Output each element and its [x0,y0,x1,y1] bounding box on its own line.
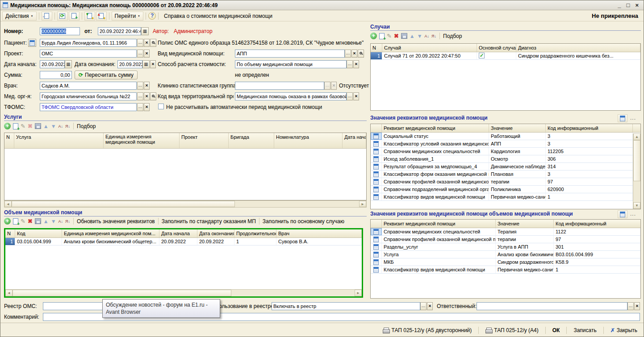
cases-pick-button[interactable]: Подбор [443,33,462,39]
table-cell[interactable]: Разделы_услуг [382,243,496,250]
scroll-left-icon[interactable]: ◄ [5,290,13,296]
doctor-select-button[interactable]: ... [137,82,143,90]
copy-icon[interactable]: + [13,218,18,225]
recalculate-sum-button[interactable]: ⟳ Пересчитать сумму [75,71,138,79]
move-up-icon[interactable]: ▲ [43,218,49,225]
table-cell[interactable]: K58.9 [554,258,640,266]
column-header[interactable]: Код информационный [546,124,633,132]
vol-attrs-table[interactable]: Реквизит медицинской помощи Значение Код… [370,219,641,299]
table-row[interactable]: МКБ Синдром раздраженного к... K58.9 [371,258,640,266]
table-row[interactable]: Услуга Анализ крови биохимичес... B03.01… [371,251,640,258]
table-cell[interactable]: 1 [554,266,640,273]
goto-menu-button[interactable]: Перейти ▼ [112,12,144,21]
column-header[interactable] [371,124,382,132]
ok-button[interactable]: ОК [550,326,563,334]
scrollbar-thumb[interactable] [12,201,235,207]
table-row[interactable]: Справочник медицинских специальностей Ка… [371,148,640,155]
tfoms-input[interactable]: ТФОМС Свердловской области [40,103,137,111]
column-header[interactable]: Случай [382,44,477,52]
project-input[interactable]: ОМС [40,50,137,58]
table-row[interactable]: Справочник медицинских специальностей Те… [371,228,640,236]
table-row[interactable]: 1 03.016.004.999 Анализ крови биохимичес… [5,238,362,245]
form-icon-cell[interactable] [371,258,382,266]
table-cell[interactable]: 03.016.004.999 [15,238,62,245]
column-header[interactable]: Дата окончания [197,229,234,237]
column-header[interactable]: Код [15,229,62,237]
terr-code-select-button[interactable]: ... [347,92,353,100]
column-header[interactable]: Дата начала [159,229,197,237]
table-cell[interactable]: Справочник медицинских специальностей [382,228,496,235]
finish-edit-icon[interactable] [35,218,41,224]
scroll-right-icon[interactable]: ► [359,201,366,207]
scroll-left-icon[interactable]: ◄ [4,201,12,207]
column-header[interactable]: Врач [276,229,362,237]
table-cell[interactable]: Услуга [382,251,496,258]
column-header[interactable]: Значение [489,124,546,132]
form-icon-cell[interactable] [371,133,382,140]
add-icon[interactable]: + [4,218,11,225]
column-header[interactable]: Код информационный [554,220,640,228]
form-icon-cell[interactable] [371,251,382,258]
services-table[interactable]: N Услуга Единица измерения медицинской п… [4,133,367,200]
table-cell[interactable]: 620900 [546,186,633,193]
sort-desc-icon[interactable]: Я↓ [431,34,436,38]
scrollbar-thumb[interactable] [633,140,640,181]
sort-desc-icon[interactable]: Я↓ [65,124,70,129]
patient-input[interactable]: Бурда Лидия Леонидовна, 01.11.1966 [40,39,137,47]
sort-asc-icon[interactable]: А↓ [425,34,430,38]
table-cell[interactable]: Исход заболевания_1 [382,155,489,162]
vol-attrs-more-button[interactable]: ... [630,211,636,217]
fill-by-main-case-button[interactable]: Заполнить по основному случаю [263,218,344,225]
main-case-checkbox[interactable]: ✓ [479,53,485,58]
move-down-icon[interactable]: ▼ [417,33,422,39]
column-header[interactable]: Единица измерения медицинской помощи [104,133,180,148]
sort-asc-icon[interactable]: А↓ [59,124,63,129]
save-button[interactable]: Записать [571,326,599,334]
table-cell[interactable]: Классификатор условий оказания медицинск… [382,140,489,147]
table-row[interactable]: Справочник подразделений медицинской орг… [371,186,640,193]
edit-icon[interactable]: ✎ [21,123,25,129]
table-cell[interactable]: терапии [489,178,546,185]
table-row[interactable]: Результат обращения за медпомощью_4 Дина… [371,163,640,171]
cost-method-clear-button[interactable]: × [353,60,359,68]
cases-table[interactable]: N Случай Основной случай Диагноз 1 Случа… [370,43,641,111]
update-attrs-button[interactable]: Обновить значения реквизитов [77,218,155,225]
doctor-input[interactable]: Садков А.М. [40,82,137,90]
usage-input[interactable]: Включать в реестр [272,302,420,310]
new-document-button[interactable]: + [69,12,79,21]
form-icon-cell[interactable] [371,155,382,162]
table-cell[interactable]: МКБ [382,258,496,266]
care-type-clear-button[interactable]: × [351,50,357,58]
volume-table[interactable]: N Код Единица измерения медицинской пом.… [4,228,363,298]
care-type-select-button[interactable]: ... [345,50,351,58]
table-cell[interactable]: 3 [546,140,633,147]
patient-clear-button[interactable]: × [144,39,150,47]
doctor-clear-button[interactable]: × [144,82,150,90]
table-cell[interactable]: АПП [489,140,546,147]
datetime-input[interactable]: 20.09.2022 20:46:49 [98,27,141,35]
form-icon-cell[interactable] [371,228,382,235]
column-header[interactable]: Проект [180,133,229,148]
move-down-icon[interactable]: ▼ [51,123,56,129]
table-row[interactable]: Классификатор условий оказания медицинск… [371,140,640,148]
table-cell[interactable]: Осмотр [489,155,546,162]
med-org-search-button[interactable] [150,92,156,100]
column-header[interactable]: Диагноз [516,44,640,52]
column-header[interactable]: Единица измерения медицинской пом... [62,229,159,237]
minimize-button[interactable]: _ [618,1,621,9]
tfoms-select-button[interactable]: ... [137,103,143,111]
add-icon[interactable]: + [4,123,11,129]
project-clear-button[interactable]: × [144,50,150,58]
table-cell[interactable]: 3 [546,133,633,140]
table-row[interactable]: Справочник профилей оказанной медицинско… [371,178,640,186]
table-row[interactable]: Классификатор видов медицинской помощи П… [371,193,640,201]
fill-by-standard-button[interactable]: Заполнить по стандарту оказания МП [162,218,256,225]
table-cell[interactable]: 97 [554,236,640,243]
scroll-up-icon[interactable]: ▲ [633,133,640,140]
column-header[interactable]: Реквизит медицинской помощи [382,124,489,132]
edit-icon[interactable]: ✎ [21,218,25,225]
table-cell[interactable]: Поликлиника [489,186,546,193]
table-cell[interactable]: 1 [234,238,276,245]
med-org-clear-button[interactable]: × [144,92,150,100]
tfoms-clear-button[interactable]: × [144,103,150,111]
